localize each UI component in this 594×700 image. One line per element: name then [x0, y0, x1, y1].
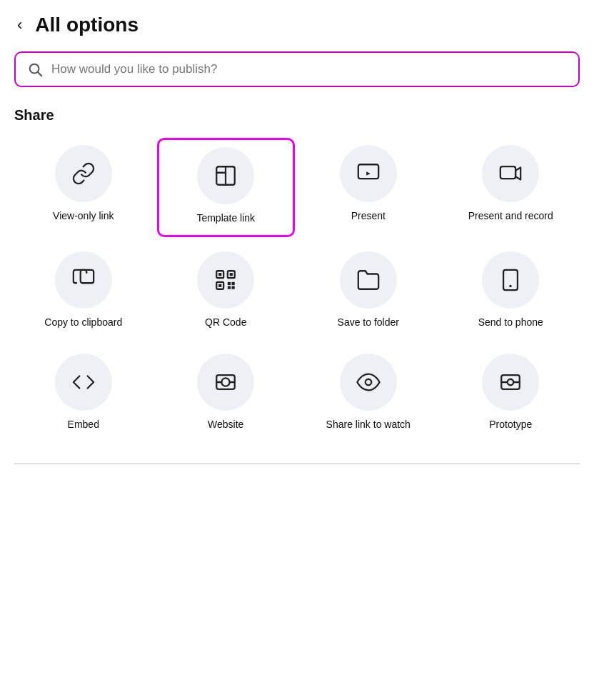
- save-to-folder-icon-circle: [340, 251, 397, 309]
- prototype-label: Prototype: [489, 418, 532, 431]
- send-to-phone-icon-circle: [482, 251, 539, 309]
- search-input[interactable]: [51, 62, 567, 76]
- header: ‹ All options: [14, 13, 580, 37]
- svg-rect-7: [500, 166, 515, 179]
- svg-line-1: [39, 73, 42, 76]
- svg-rect-16: [228, 282, 231, 285]
- option-present-and-record[interactable]: Present and record: [442, 138, 580, 237]
- embed-label: Embed: [68, 418, 99, 431]
- svg-rect-14: [230, 273, 233, 276]
- option-prototype[interactable]: Prototype: [442, 346, 580, 441]
- qr-code-icon-circle: [197, 251, 254, 309]
- embed-icon-circle: [55, 354, 112, 411]
- svg-rect-5: [358, 164, 378, 179]
- svg-rect-15: [218, 284, 221, 287]
- svg-marker-8: [515, 168, 520, 180]
- options-grid: View-only link Template link: [14, 138, 580, 441]
- option-website[interactable]: Website: [157, 346, 296, 441]
- search-bar: [14, 51, 580, 87]
- svg-rect-17: [232, 282, 235, 285]
- present-and-record-label: Present and record: [468, 209, 553, 223]
- svg-marker-6: [366, 171, 371, 176]
- svg-point-0: [30, 64, 39, 74]
- bottom-divider: [14, 463, 580, 464]
- search-icon: [27, 61, 43, 77]
- send-to-phone-label: Send to phone: [478, 316, 543, 329]
- option-share-link-to-watch[interactable]: Share link to watch: [299, 346, 438, 441]
- page-container: ‹ All options Share View-: [0, 0, 594, 493]
- back-button[interactable]: ‹: [14, 13, 25, 37]
- share-section: Share View-only link: [14, 107, 580, 441]
- option-view-only-link[interactable]: View-only link: [14, 138, 153, 237]
- svg-point-26: [366, 379, 372, 386]
- website-label: Website: [208, 418, 243, 431]
- page-title: All options: [35, 14, 139, 36]
- save-to-folder-label: Save to folder: [338, 316, 399, 329]
- view-only-link-icon-circle: [55, 145, 112, 202]
- option-embed[interactable]: Embed: [14, 346, 153, 441]
- qr-code-label: QR Code: [205, 316, 246, 329]
- back-icon: ‹: [17, 16, 22, 34]
- svg-rect-13: [218, 273, 221, 276]
- present-icon-circle: [340, 145, 397, 202]
- share-section-title: Share: [14, 107, 580, 124]
- svg-rect-18: [228, 286, 231, 289]
- template-link-icon-circle: [197, 147, 254, 204]
- prototype-icon-circle: [482, 354, 539, 411]
- option-qr-code[interactable]: QR Code: [157, 244, 296, 339]
- option-copy-to-clipboard[interactable]: Copy to clipboard: [14, 244, 153, 339]
- option-present[interactable]: Present: [299, 138, 438, 237]
- svg-point-28: [508, 379, 514, 386]
- svg-rect-19: [232, 286, 235, 289]
- share-link-to-watch-label: Share link to watch: [326, 418, 411, 431]
- share-link-to-watch-icon-circle: [340, 354, 397, 411]
- option-save-to-folder[interactable]: Save to folder: [299, 244, 438, 339]
- svg-point-23: [222, 378, 230, 386]
- template-link-label: Template link: [196, 211, 255, 225]
- copy-to-clipboard-label: Copy to clipboard: [44, 316, 122, 329]
- option-send-to-phone[interactable]: Send to phone: [442, 244, 580, 339]
- copy-to-clipboard-icon-circle: [55, 251, 112, 309]
- option-template-link[interactable]: Template link: [157, 138, 296, 237]
- present-and-record-icon-circle: [482, 145, 539, 202]
- view-only-link-label: View-only link: [53, 209, 114, 223]
- present-label: Present: [351, 209, 386, 223]
- website-icon-circle: [197, 354, 254, 411]
